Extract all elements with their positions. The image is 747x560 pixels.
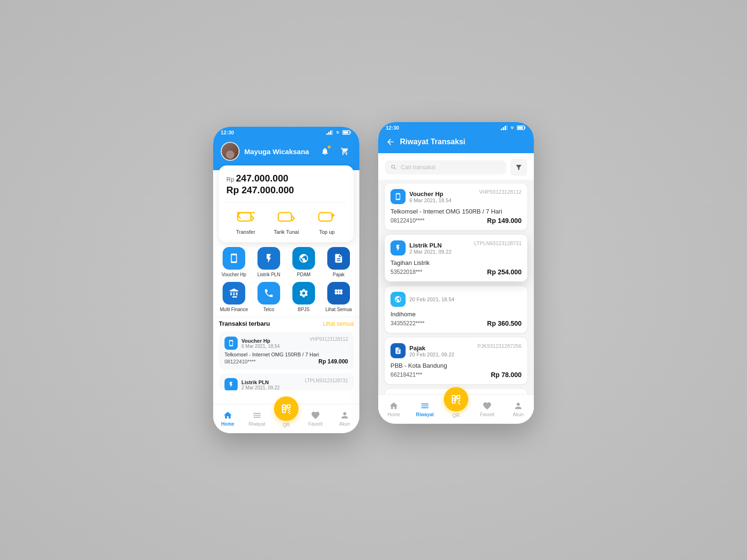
svg-rect-19 <box>501 129 502 130</box>
search-bar-container: Cari transaksi <box>378 153 534 180</box>
filter-icon <box>515 164 523 171</box>
txn-name-2: Listrik PLN <box>241 379 280 385</box>
nav-riwayat-right[interactable]: Riwayat <box>409 401 440 417</box>
txn-name-1: Voucher Hp <box>241 338 280 344</box>
txn-account-1: 08122410**** <box>224 359 256 364</box>
cart-icon <box>340 147 349 156</box>
nav-akun-left[interactable]: Akun <box>330 411 359 427</box>
qr-icon-left <box>281 403 292 414</box>
filter-button[interactable] <box>510 159 527 176</box>
txn-card-2[interactable]: Listrik PLN 2 Mar 2021, 09.22 LTPLN93123… <box>385 235 527 281</box>
txn-card-date-2: 2 Mar 2021, 09.22 <box>409 249 451 255</box>
svg-rect-10 <box>319 213 332 221</box>
notification-button[interactable] <box>318 144 332 158</box>
qr-button-left[interactable] <box>274 396 299 421</box>
nav-akun-right[interactable]: Akun <box>503 401 534 417</box>
page-title: Riwayat Transaksi <box>400 138 465 146</box>
svg-rect-20 <box>503 127 504 130</box>
search-icon-right <box>390 164 397 171</box>
txn-item-1[interactable]: Voucher Hp 6 Mar 2021, 18.54 VHP93123128… <box>219 332 354 370</box>
nav-qr-right[interactable]: QR <box>440 400 472 418</box>
service-telco[interactable]: Telco <box>254 282 284 312</box>
time-left: 12:30 <box>221 130 234 135</box>
battery-icon <box>342 130 352 135</box>
nav-home-right[interactable]: Home <box>378 401 409 417</box>
phones-container: 12:30 Mayuga Wicaksana <box>213 127 534 433</box>
favorit-icon-right <box>482 401 492 411</box>
svg-point-17 <box>337 292 340 295</box>
service-pdam[interactable]: PDAM <box>289 247 319 277</box>
txn-card-desc-4: PBB - Kota Bandung <box>390 362 522 369</box>
txn-icon-1 <box>224 337 238 350</box>
service-pdam-label: PDAM <box>297 272 311 277</box>
txn-card-id-4: PJK931231287256 <box>477 343 522 349</box>
nav-qr-label-right: QR <box>453 413 460 418</box>
service-lihat-semua-label: Lihat Semua <box>325 307 352 312</box>
home-icon-right <box>389 401 398 411</box>
user-name: Mayuga Wicaksana <box>244 148 313 156</box>
txn-card-icon-4 <box>390 343 406 358</box>
status-icons-left <box>326 130 352 135</box>
nav-favorit-left[interactable]: Favorit <box>301 411 330 427</box>
service-pajak[interactable]: Pajak <box>324 247 354 277</box>
nav-qr-left[interactable]: QR <box>272 410 301 428</box>
status-bar-right: 12:30 <box>378 122 534 133</box>
nav-home-left[interactable]: Home <box>213 411 242 427</box>
svg-point-18 <box>340 292 343 295</box>
see-all-link[interactable]: Lihat semua <box>323 321 354 327</box>
service-listrik-pln[interactable]: Listrik PLN <box>254 247 284 277</box>
service-multi-finance-label: Multi Finance <box>220 307 248 312</box>
transfer-action[interactable]: Transfer <box>235 209 256 235</box>
nav-favorit-right[interactable]: Favorit <box>472 401 503 417</box>
back-icon <box>386 137 395 147</box>
search-bar[interactable]: Cari transaksi <box>385 160 506 174</box>
txn-amount-1: Rp 149.000 <box>318 358 348 365</box>
txn-card-icon-1 <box>390 189 406 204</box>
topup-action[interactable]: Top up <box>316 209 337 235</box>
txn-desc-1: Telkomsel - Internet OMG 150RB / 7 Hari <box>224 352 348 357</box>
txn-item-2[interactable]: Listrik PLN 2 Mar 2021, 09.22 LTPLN93123… <box>219 373 354 390</box>
nav-favorit-label-right: Favorit <box>480 412 495 417</box>
cart-button[interactable] <box>338 144 352 158</box>
tarik-tunai-label: Tarik Tunai <box>274 229 299 235</box>
service-lihat-semua[interactable]: Lihat Semua <box>324 282 354 312</box>
qr-button-right[interactable] <box>444 387 468 412</box>
service-multi-finance[interactable]: Multi Finance <box>219 282 249 312</box>
signal-icon-right <box>501 125 507 130</box>
txn-card-name-4: Pajak <box>409 345 454 352</box>
signal-icon <box>326 130 333 135</box>
txn-id-1: VHP93123128112 <box>309 337 348 342</box>
akun-icon-left <box>340 411 349 420</box>
nav-riwayat-left[interactable]: Riwayat <box>242 411 272 427</box>
back-button[interactable] <box>386 137 395 147</box>
status-bar-left: 12:30 <box>213 127 359 138</box>
service-bpjs[interactable]: BPJS <box>289 282 319 312</box>
txn-card-4[interactable]: Pajak 20 Feb 2021, 09.22 PJK931231287256… <box>385 338 527 384</box>
txn-card-date-4: 20 Feb 2021, 09.22 <box>409 352 454 357</box>
svg-rect-6 <box>343 132 349 134</box>
txn-card-date-3: 20 Feb 2021, 18.54 <box>409 296 454 302</box>
txn-card-account-4: 66218421*** <box>390 371 422 378</box>
svg-point-16 <box>335 292 338 295</box>
phone-right: 12:30 Riwayat Transaksi <box>378 122 534 424</box>
nav-riwayat-label-left: Riwayat <box>249 421 266 427</box>
balance-prefix: Rp <box>226 176 234 183</box>
txn-card-3[interactable]: 20 Feb 2021, 18.54 Indihome 34355222****… <box>385 286 527 333</box>
topup-icon <box>318 211 336 225</box>
txn-card-date-1: 6 Mar 2021, 18.54 <box>409 198 451 203</box>
service-voucher-hp[interactable]: Voucher Hp <box>219 247 249 277</box>
header-icons <box>318 144 352 158</box>
txn-card-desc-3: Indihome <box>390 311 522 318</box>
tarik-tunai-action[interactable]: Tarik Tunai <box>274 209 299 235</box>
svg-rect-24 <box>524 127 525 129</box>
svg-point-15 <box>340 289 343 292</box>
battery-icon-right <box>517 125 526 130</box>
riwayat-icon-right <box>420 401 430 411</box>
txn-card-1[interactable]: Voucher Hp 6 Mar 2021, 18.54 VHP93123128… <box>385 183 527 230</box>
txn-card-desc-1: Telkomsel - Internet OMG 150RB / 7 Hari <box>390 208 522 215</box>
svg-rect-2 <box>330 131 332 135</box>
riwayat-icon-left <box>252 411 262 420</box>
akun-icon-right <box>514 401 523 411</box>
txn-icon-2 <box>224 378 238 390</box>
home-icon-left <box>223 411 232 420</box>
